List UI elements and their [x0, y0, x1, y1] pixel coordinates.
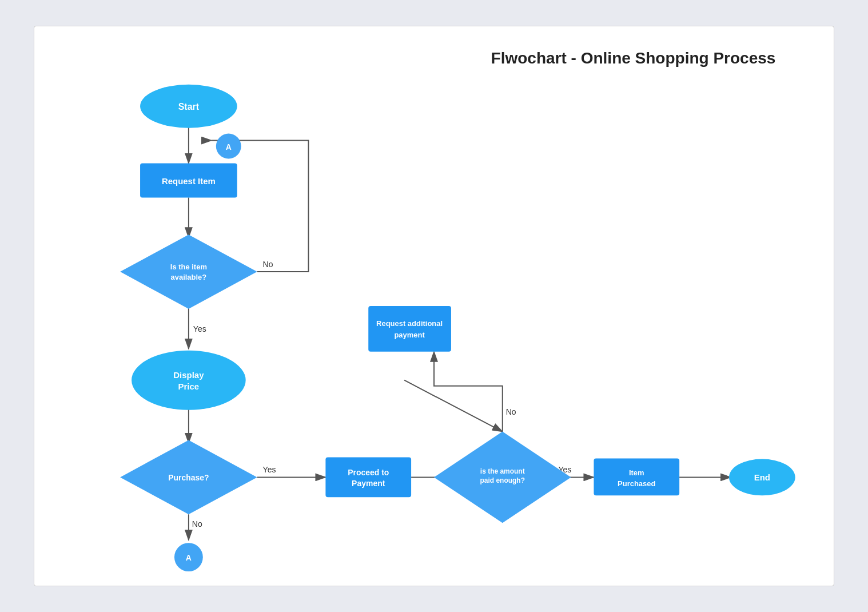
svg-text:Item: Item: [629, 468, 644, 477]
svg-text:Price: Price: [178, 381, 200, 391]
label-no-purchase: No: [192, 519, 202, 528]
node-proceed-payment: Proceed to Payment: [325, 457, 411, 497]
svg-text:is the amount: is the amount: [480, 467, 525, 475]
node-purchase: Purchase?: [120, 440, 257, 515]
arrow-no-available: [212, 141, 309, 272]
svg-text:Display: Display: [173, 370, 204, 380]
svg-text:Is the item: Is the item: [170, 263, 207, 271]
node-request-item: Request Item: [140, 164, 237, 198]
label-yes-purchase: Yes: [263, 465, 276, 474]
node-request-additional: Request additional payment: [368, 306, 451, 352]
svg-text:Request additional: Request additional: [376, 319, 443, 328]
arrow-additional-to-enough: [404, 380, 503, 432]
node-a-top: A: [216, 134, 241, 159]
node-end: End: [729, 459, 795, 495]
node-is-enough: is the amount paid enough?: [434, 432, 571, 523]
node-a-bottom: A: [174, 543, 203, 571]
svg-text:Request Item: Request Item: [162, 176, 216, 186]
svg-marker-8: [120, 235, 257, 309]
svg-text:Start: Start: [178, 102, 200, 112]
node-start: Start: [140, 85, 237, 128]
node-display-price: Display Price: [132, 351, 246, 410]
svg-text:Proceed to: Proceed to: [348, 468, 389, 477]
svg-text:paid enough?: paid enough?: [480, 476, 525, 484]
arrow-no-enough: [434, 352, 503, 438]
svg-text:End: End: [754, 472, 770, 482]
label-no-available: No: [263, 260, 273, 269]
node-is-available: Is the item available?: [120, 235, 257, 309]
svg-text:Purchased: Purchased: [618, 479, 655, 488]
flowchart-canvas: Flwochart - Online Shopping Process Yes …: [34, 26, 834, 586]
svg-text:Purchase?: Purchase?: [168, 473, 209, 482]
svg-text:Payment: Payment: [352, 479, 385, 488]
svg-text:payment: payment: [394, 331, 425, 339]
svg-point-11: [132, 351, 246, 410]
label-yes-available: Yes: [193, 324, 206, 333]
label-no-enough: No: [506, 407, 516, 416]
svg-rect-21: [368, 306, 451, 352]
svg-text:available?: available?: [171, 273, 207, 281]
svg-text:A: A: [186, 553, 192, 562]
svg-text:A: A: [226, 142, 232, 152]
node-item-purchased: Item Purchased: [594, 458, 679, 495]
